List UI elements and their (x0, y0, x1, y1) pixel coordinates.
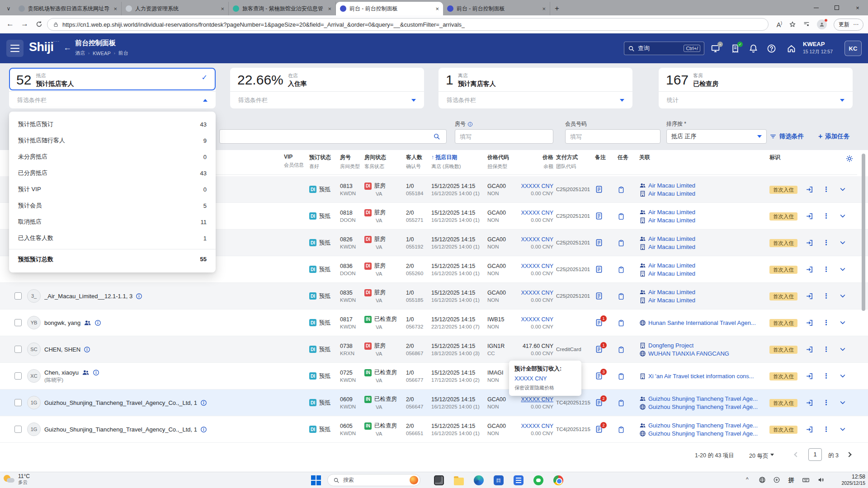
check-in-icon[interactable] (806, 399, 813, 407)
note-icon[interactable]: 2 (595, 399, 603, 407)
linked-profile[interactable]: Hunan Sanhe International Travel Agen... (639, 319, 769, 326)
browser-profile-avatar[interactable] (817, 19, 827, 29)
browser-tab[interactable]: 人力资源管理系统 × (122, 2, 229, 15)
task-clipboard-icon[interactable] (618, 346, 625, 353)
linked-profile-name[interactable]: Air Macau Limited (648, 235, 695, 242)
new-tab-button[interactable]: + (550, 2, 564, 15)
price[interactable]: XXXXX CNY (514, 210, 553, 216)
tab-close-icon[interactable]: × (542, 5, 546, 12)
user-avatar[interactable]: KC (844, 41, 862, 56)
card-filter-toggle[interactable]: 筛选条件栏 (230, 91, 424, 108)
global-search-input[interactable]: 查询 Ctrl+/ (624, 42, 704, 55)
info-icon[interactable] (93, 369, 99, 376)
browser-tab[interactable]: 前台 - 前台控制面板 × (443, 2, 550, 15)
linked-profile[interactable]: Dongfeng Project (639, 342, 769, 349)
breadcrumb-frontdesk[interactable]: 前台 (118, 50, 128, 56)
guest-name[interactable]: Chen, xiaoyu (44, 369, 79, 376)
table-row[interactable]: 3_ _Air_Macau_Limited__12.1-1.1, 3 DI预抵 … (0, 283, 868, 310)
stat-card[interactable]: 22.66% 在店 入住率 筛选条件栏 (230, 68, 424, 108)
search-icon[interactable] (433, 133, 440, 140)
check-in-icon[interactable] (806, 212, 813, 220)
linked-profile-name[interactable]: Dongfeng Project (648, 342, 693, 349)
close-button[interactable]: × (847, 0, 868, 15)
table-row[interactable]: SC CHEN, SHEN DI预抵 0738KRXN DI脏房 (0, 336, 868, 363)
calculator-app-icon[interactable] (513, 474, 524, 486)
more-actions-icon[interactable]: ⋮ (823, 399, 830, 407)
linked-profile[interactable]: Guizhou Shunjing Tiancheng Travel Age... (639, 395, 769, 402)
guest-name[interactable]: Guizhou_Shunjing_Tiancheng_Travel_Agency… (44, 426, 197, 433)
task-clipboard-icon[interactable] (618, 293, 625, 300)
linked-profile-name[interactable]: Air Macau Limited (648, 262, 695, 269)
task-clipboard-icon[interactable] (618, 399, 625, 407)
linked-profile[interactable]: Xi 'an Air Travel ticket information con… (639, 373, 769, 380)
info-icon[interactable] (84, 346, 90, 353)
linked-profile[interactable]: Air Macau Limited (639, 209, 769, 216)
row-checkbox[interactable] (14, 372, 22, 380)
sort-select[interactable]: 抵店 正序 (666, 129, 767, 144)
home-icon[interactable] (787, 44, 796, 53)
notifications-bell-icon[interactable] (749, 44, 758, 53)
note-icon[interactable] (595, 239, 603, 247)
check-in-icon[interactable] (806, 239, 813, 247)
dropdown-item[interactable]: 预计 VIP 0 (9, 181, 216, 197)
linked-profile-name[interactable]: Air Macau Limited (648, 182, 695, 189)
expand-chevron-icon[interactable] (839, 399, 846, 406)
guest-name[interactable]: _Air_Macau_Limited__12.1-1.1, 3 (44, 293, 132, 300)
ime-indicator[interactable]: 拼 (788, 476, 794, 484)
check-in-icon[interactable] (806, 186, 813, 193)
table-row[interactable]: XC Chen, xiaoyu (陈晓宇) DI预抵 0725KWDN IN已检… (0, 363, 868, 389)
note-icon[interactable] (595, 265, 603, 274)
linked-profile-name[interactable]: Air Macau Limited (648, 297, 695, 304)
linked-profile-name[interactable]: Guizhou Shunjing Tiancheng Travel Age... (648, 430, 758, 437)
tab-close-icon[interactable]: × (221, 5, 224, 12)
table-row[interactable]: 1G Guizhou_Shunjing_Tiancheng_Travel_Age… (0, 416, 868, 443)
note-icon[interactable]: 1 (595, 345, 603, 354)
linked-profile[interactable]: Guizhou Shunjing Tiancheng Travel Age... (639, 430, 769, 437)
task-clipboard-icon[interactable] (618, 213, 625, 220)
task-view-icon[interactable] (433, 474, 445, 486)
app-icon-blue[interactable]: 目 (493, 474, 505, 486)
filter-conditions-button[interactable]: 筛选条件 (769, 132, 804, 141)
info-icon[interactable] (200, 399, 207, 406)
more-actions-icon[interactable]: ⋮ (823, 345, 830, 353)
taskbar-clock[interactable]: 12:58 2025/12/15 (837, 474, 865, 486)
task-clipboard-icon[interactable] (618, 186, 625, 193)
guest-name[interactable]: CHEN, SHEN (44, 346, 80, 353)
table-settings-gear-icon[interactable] (845, 155, 854, 163)
card-filter-toggle[interactable]: 筛选条件栏 (9, 91, 216, 108)
row-checkbox[interactable] (14, 346, 22, 353)
favorites-hub-icon[interactable] (803, 21, 810, 28)
member-number-input[interactable] (565, 129, 660, 144)
row-checkbox[interactable] (14, 399, 22, 406)
note-icon[interactable] (595, 212, 603, 221)
expand-chevron-icon[interactable] (839, 372, 846, 380)
linked-profile[interactable]: Air Macau Limited (639, 289, 769, 296)
tab-search-chevron-icon[interactable]: ∨ (3, 2, 14, 15)
read-aloud-icon[interactable]: A) (777, 21, 782, 28)
tab-close-icon[interactable]: × (328, 5, 331, 12)
expand-chevron-icon[interactable] (839, 346, 846, 353)
help-icon[interactable] (767, 44, 776, 53)
linked-profile[interactable]: WUHAN TIANXIA FANGCANG (639, 350, 769, 357)
price[interactable]: XXXXX CNY (514, 316, 553, 323)
edge-browser-icon[interactable] (473, 474, 485, 486)
expand-chevron-icon[interactable] (839, 239, 846, 246)
price[interactable]: XXXXX CNY (514, 396, 553, 403)
stat-card[interactable]: 167 客房 已检查房 统计 (659, 68, 853, 108)
linked-profile[interactable]: Air Macau Limited (639, 262, 769, 269)
current-page-input[interactable]: 1 (808, 448, 822, 461)
price[interactable]: 417.60 CNY (514, 343, 553, 349)
expand-chevron-icon[interactable] (839, 426, 846, 433)
breadcrumb-property[interactable]: KWEAP (93, 51, 111, 56)
linked-profile-name[interactable]: Air Macau Limited (648, 217, 695, 224)
dropdown-item[interactable]: 已入住客人数 1 (9, 230, 216, 246)
browser-update-button[interactable]: 更新⋯ (834, 19, 863, 31)
check-in-icon[interactable] (806, 426, 813, 433)
linked-profile[interactable]: Air Macau Limited (639, 217, 769, 224)
linked-profile-name[interactable]: Guizhou Shunjing Tiancheng Travel Age... (648, 404, 758, 410)
price[interactable]: XXXXX CNY (514, 263, 553, 269)
price[interactable]: XXXXX CNY (514, 236, 553, 243)
sort-column-arrival[interactable]: ↑ 抵店日期离店 (房晚数) (431, 154, 487, 170)
refresh-icon[interactable] (35, 20, 43, 28)
expand-chevron-icon[interactable] (839, 292, 846, 300)
